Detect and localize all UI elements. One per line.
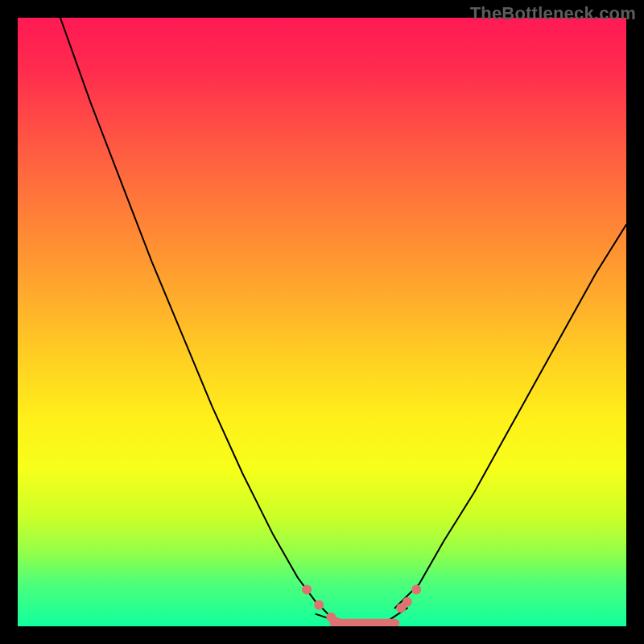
right-marker-3 <box>411 585 421 595</box>
series-right-curve <box>395 225 626 608</box>
chart-svg <box>18 18 626 626</box>
right-marker-2 <box>402 597 412 607</box>
curve-layer <box>60 18 626 626</box>
marker-layer <box>302 585 421 626</box>
left-marker-4 <box>331 617 341 626</box>
left-marker-2 <box>314 601 324 610</box>
chart-frame: TheBottleneck.com <box>0 0 644 644</box>
left-marker-1 <box>302 585 312 595</box>
watermark-text: TheBottleneck.com <box>470 3 636 24</box>
plot-area <box>18 18 626 626</box>
series-left-curve <box>60 18 353 626</box>
